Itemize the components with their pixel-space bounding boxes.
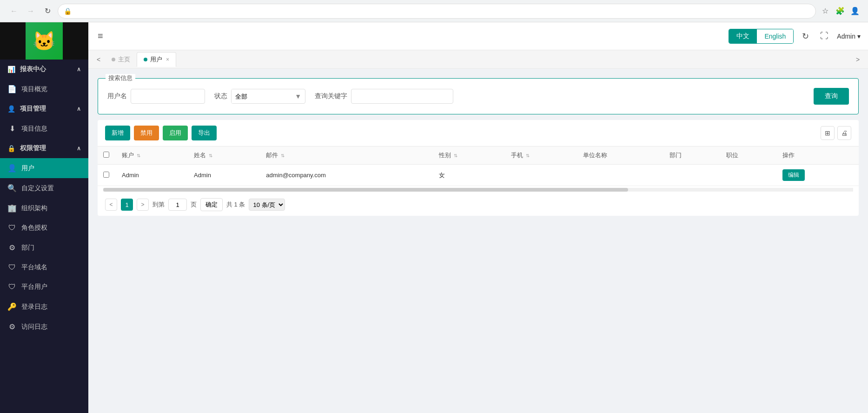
chevron-up-icon-2: ∧	[77, 106, 81, 112]
sidebar-item-access-log[interactable]: ⚙ 访问日志	[0, 317, 88, 337]
row-gender: 女	[433, 165, 505, 186]
scrollbar-thumb[interactable]	[103, 188, 628, 192]
search-button[interactable]: 查询	[814, 88, 849, 105]
row-name: Admin	[188, 165, 260, 186]
dropdown-arrow-icon: ▾	[857, 33, 861, 40]
add-button[interactable]: 新增	[105, 126, 130, 140]
org-icon: 🏢	[7, 204, 17, 213]
horizontal-scrollbar[interactable]	[103, 188, 853, 192]
next-page-button[interactable]: >	[137, 199, 149, 211]
sidebar-label-login-log: 登录日志	[21, 303, 47, 311]
sidebar-label-project-management: 项目管理	[20, 105, 46, 113]
refresh-icon[interactable]: ↻	[799, 28, 812, 44]
app-container: 🐱 📊 报表中心 ∧ 📄 项目概览 👤 项目管理 ∧ ⬇ 项目信息 🔒 权限管理…	[0, 22, 868, 413]
table-scroll-container[interactable]: 账户 ⇅ 姓名 ⇅ 邮件 ⇅	[98, 146, 859, 186]
tabbar: < 主页 用户 × >	[88, 50, 868, 69]
select-all-checkbox[interactable]	[103, 152, 109, 158]
tab-home[interactable]: 主页	[105, 52, 137, 67]
sidebar-label-platform-domain: 平台域名	[21, 263, 47, 272]
enable-button[interactable]: 启用	[163, 126, 188, 140]
cat-icon: 🐱	[33, 30, 56, 52]
username-field: 用户名	[107, 89, 205, 104]
browser-chrome: ← → ↻ 🔒 localhost:14821 ☆ 🧩 👤	[0, 0, 868, 22]
document-icon: 📄	[7, 85, 17, 93]
url-input[interactable]: localhost:14821	[74, 7, 810, 15]
table-header-dept: 部门	[664, 147, 721, 165]
lang-en-button[interactable]: English	[757, 29, 793, 43]
sidebar-label-org-structure: 组织架构	[21, 204, 47, 213]
table-header-email[interactable]: 邮件 ⇅	[260, 147, 433, 165]
row-checkbox[interactable]	[103, 172, 109, 178]
keyword-input[interactable]	[351, 89, 453, 104]
refresh-button[interactable]: ↻	[41, 5, 54, 18]
main-content: ≡ 中文 English ↻ ⛶ Admin ▾ < 主页 用户 ×	[88, 22, 868, 413]
tab-close-icon[interactable]: ×	[166, 56, 169, 63]
chevron-up-icon-3: ∧	[77, 145, 81, 152]
lang-zh-button[interactable]: 中文	[729, 29, 757, 43]
print-button[interactable]: 🖨	[837, 126, 851, 140]
username-input[interactable]	[131, 89, 205, 104]
sidebar-item-project-management[interactable]: 👤 项目管理 ∧	[0, 99, 88, 119]
row-position	[721, 165, 777, 186]
per-page-select[interactable]: 10 条/页 20 条/页 50 条/页	[249, 199, 285, 211]
prev-page-button[interactable]: <	[105, 199, 117, 211]
lock-icon: 🔒	[64, 7, 72, 15]
tab-users[interactable]: 用户 ×	[137, 52, 176, 67]
sidebar-item-report-center[interactable]: 📊 报表中心 ∧	[0, 60, 88, 79]
sidebar-label-platform-user: 平台用户	[21, 283, 47, 291]
table-header-gender[interactable]: 性别 ⇅	[433, 147, 505, 165]
sidebar: 🐱 📊 报表中心 ∧ 📄 项目概览 👤 项目管理 ∧ ⬇ 项目信息 🔒 权限管理…	[0, 22, 88, 413]
sort-icon-name: ⇅	[209, 153, 212, 158]
row-email: admin@company.com	[260, 165, 433, 186]
menu-toggle-icon[interactable]: ≡	[96, 29, 105, 43]
table-header-phone[interactable]: 手机 ⇅	[505, 147, 577, 165]
sidebar-item-org-structure[interactable]: 🏢 组织架构	[0, 198, 88, 218]
sidebar-item-platform-domain[interactable]: 🛡 平台域名	[0, 258, 88, 277]
edit-button[interactable]: 编辑	[782, 169, 805, 181]
ban-button[interactable]: 禁用	[134, 126, 159, 140]
sidebar-label-role-auth: 角色授权	[21, 224, 47, 232]
sidebar-item-users[interactable]: 👤 用户	[0, 158, 88, 178]
admin-dropdown[interactable]: Admin ▾	[837, 33, 861, 40]
data-table: 账户 ⇅ 姓名 ⇅ 邮件 ⇅	[98, 146, 859, 186]
sidebar-label-users: 用户	[21, 164, 34, 173]
sidebar-item-project-info[interactable]: ⬇ 项目信息	[0, 119, 88, 139]
sidebar-item-custom-settings[interactable]: 🔍 自定义设置	[0, 178, 88, 198]
sidebar-item-role-auth[interactable]: 🛡 角色授权	[0, 218, 88, 238]
sidebar-item-dept[interactable]: ⚙ 部门	[0, 238, 88, 258]
sidebar-item-login-log[interactable]: 🔑 登录日志	[0, 297, 88, 317]
table-header-name[interactable]: 姓名 ⇅	[188, 147, 260, 165]
search-panel: 搜索信息 用户名 状态 全部 启用 禁用	[98, 78, 859, 114]
table-header-account[interactable]: 账户 ⇅	[116, 147, 188, 165]
total-label: 共 1 条	[226, 200, 245, 209]
columns-button[interactable]: ⊞	[821, 126, 835, 140]
bookmark-icon[interactable]: ☆	[820, 6, 831, 17]
tab-nav-left[interactable]: <	[92, 53, 105, 66]
tab-home-label: 主页	[118, 55, 130, 64]
keyword-field: 查询关键字	[315, 89, 453, 104]
topbar: ≡ 中文 English ↻ ⛶ Admin ▾	[88, 22, 868, 50]
profile-icon[interactable]: 👤	[849, 6, 861, 17]
table-toolbar: 新增 禁用 启用 导出 ⊞ 🖨	[98, 120, 859, 146]
page-unit: 页	[191, 200, 197, 209]
export-button[interactable]: 导出	[192, 126, 217, 140]
sidebar-label-access-log: 访问日志	[21, 323, 47, 331]
forward-button[interactable]: →	[24, 5, 37, 18]
status-select[interactable]: 全部 启用 禁用	[232, 89, 291, 103]
chart-icon: 📊	[7, 66, 15, 73]
page-input[interactable]: 1	[168, 199, 187, 211]
select-dropdown-icon: ▼	[291, 93, 305, 100]
chevron-up-icon: ∧	[77, 66, 81, 73]
extensions-icon[interactable]: 🧩	[835, 6, 846, 17]
sidebar-item-permission-management[interactable]: 🔒 权限管理 ∧	[0, 139, 88, 158]
back-button[interactable]: ←	[7, 5, 20, 18]
browser-actions: ☆ 🧩 👤	[820, 6, 861, 17]
table-header-org: 单位名称	[577, 147, 663, 165]
page-confirm-button[interactable]: 确定	[200, 198, 223, 211]
language-switcher: 中文 English	[729, 29, 794, 44]
fullscreen-icon[interactable]: ⛶	[817, 28, 831, 44]
sidebar-item-platform-user[interactable]: 🛡 平台用户	[0, 277, 88, 297]
tab-nav-right[interactable]: >	[851, 53, 864, 66]
sidebar-item-project-overview[interactable]: 📄 项目概览	[0, 79, 88, 99]
settings-icon: ⚙	[7, 322, 17, 331]
